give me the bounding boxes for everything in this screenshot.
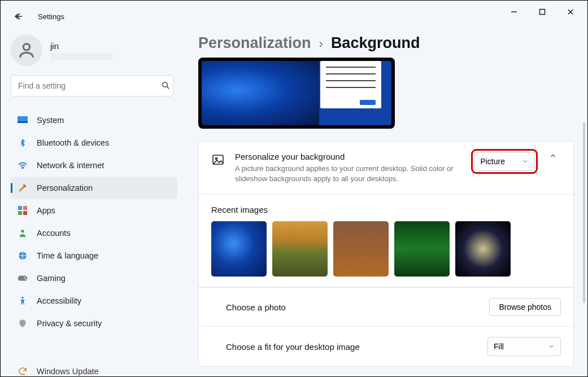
wifi-icon <box>18 160 28 170</box>
nav-label: Time & language <box>37 251 98 260</box>
fit-dropdown[interactable]: Fill <box>487 337 561 356</box>
shield-icon <box>18 318 28 328</box>
desktop-preview <box>198 58 395 129</box>
choose-fit-row: Choose a fit for your desktop image Fill <box>199 326 573 366</box>
recent-image-thumbnail[interactable] <box>272 221 328 277</box>
dropdown-value: Fill <box>494 342 504 351</box>
sync-icon <box>18 366 28 376</box>
scrollbar-thumb[interactable] <box>583 122 585 303</box>
svg-point-21 <box>215 157 217 159</box>
monitor-icon <box>18 115 28 125</box>
paintbrush-icon <box>18 183 28 193</box>
nav-time[interactable]: Time & language <box>11 244 177 267</box>
chevron-down-icon <box>548 343 555 350</box>
bluetooth-icon <box>18 138 28 148</box>
nav-label: Network & internet <box>37 161 104 170</box>
nav-label: Windows Update <box>37 367 99 376</box>
nav-label: System <box>37 116 64 125</box>
nav-label: Accessibility <box>37 296 81 305</box>
person-icon <box>18 228 28 238</box>
profile-block[interactable]: jin <box>11 34 177 66</box>
svg-point-4 <box>23 44 29 50</box>
nav-bluetooth[interactable]: Bluetooth & devices <box>11 131 177 154</box>
svg-rect-13 <box>23 211 27 215</box>
window-close-button[interactable] <box>565 6 576 17</box>
nav-label: Gaming <box>37 274 66 283</box>
breadcrumb-current: Background <box>331 34 420 52</box>
nav-label: Personalization <box>37 183 93 192</box>
collapse-panel-button[interactable] <box>545 152 561 160</box>
svg-point-9 <box>22 167 23 168</box>
svg-rect-12 <box>18 211 22 215</box>
svg-point-17 <box>24 277 25 278</box>
nav-privacy[interactable]: Privacy & security <box>11 312 177 335</box>
nav-personalization[interactable]: Personalization <box>11 177 177 199</box>
svg-rect-8 <box>18 121 28 123</box>
nav-label: Apps <box>37 206 55 215</box>
svg-point-5 <box>163 82 168 87</box>
svg-rect-10 <box>18 206 22 210</box>
nav-windows-update[interactable]: Windows Update <box>11 366 177 376</box>
svg-point-14 <box>21 230 24 233</box>
profile-name: jin <box>50 41 112 51</box>
panel-description: A picture background applies to your cur… <box>235 164 464 184</box>
svg-point-18 <box>25 278 26 279</box>
chevron-down-icon <box>522 158 529 165</box>
avatar <box>11 34 42 66</box>
chevron-right-icon: › <box>319 37 323 51</box>
recent-images-panel: Recent images <box>199 195 573 287</box>
gamepad-icon <box>18 273 28 283</box>
svg-rect-1 <box>540 10 545 15</box>
apps-icon <box>18 205 28 216</box>
nav-system[interactable]: System <box>11 109 177 131</box>
row-label: Choose a fit for your desktop image <box>211 342 360 352</box>
nav-network[interactable]: Network & internet <box>11 154 177 177</box>
breadcrumb: Personalization › Background <box>198 34 574 52</box>
background-type-dropdown[interactable]: Picture <box>474 152 535 171</box>
profile-email-redacted <box>50 53 112 60</box>
accessibility-icon <box>18 296 28 306</box>
nav-gaming[interactable]: Gaming <box>11 267 177 290</box>
nav-label: Privacy & security <box>37 319 102 328</box>
nav-label: Bluetooth & devices <box>37 138 109 147</box>
svg-line-6 <box>167 87 169 89</box>
recent-image-thumbnail[interactable] <box>455 221 511 277</box>
nav-accounts[interactable]: Accounts <box>11 222 177 244</box>
choose-photo-row: Choose a photo Browse photos <box>199 287 573 326</box>
nav-label: Accounts <box>37 229 71 238</box>
window-minimize-button[interactable] <box>508 6 520 17</box>
search-input[interactable] <box>11 75 173 97</box>
breadcrumb-parent[interactable]: Personalization <box>198 34 311 52</box>
image-icon <box>211 153 225 166</box>
personalize-background-panel: Personalize your background A picture ba… <box>199 142 573 195</box>
search-icon <box>161 81 171 93</box>
nav-accessibility[interactable]: Accessibility <box>11 290 177 312</box>
svg-point-19 <box>21 297 23 299</box>
row-label: Choose a photo <box>211 303 286 312</box>
back-button[interactable] <box>13 11 24 22</box>
svg-rect-11 <box>23 206 27 210</box>
recent-image-thumbnail[interactable] <box>333 221 389 277</box>
browse-photos-button[interactable]: Browse photos <box>489 298 561 316</box>
window-maximize-button[interactable] <box>537 6 548 17</box>
dropdown-value: Picture <box>480 157 505 166</box>
recent-image-thumbnail[interactable] <box>211 221 267 277</box>
svg-rect-16 <box>18 276 28 281</box>
app-title: Settings <box>38 12 64 21</box>
recent-image-thumbnail[interactable] <box>394 221 450 277</box>
panel-title: Personalize your background <box>235 152 464 161</box>
recent-images-heading: Recent images <box>211 205 561 214</box>
nav-apps[interactable]: Apps <box>11 199 177 222</box>
clock-globe-icon <box>18 251 28 261</box>
